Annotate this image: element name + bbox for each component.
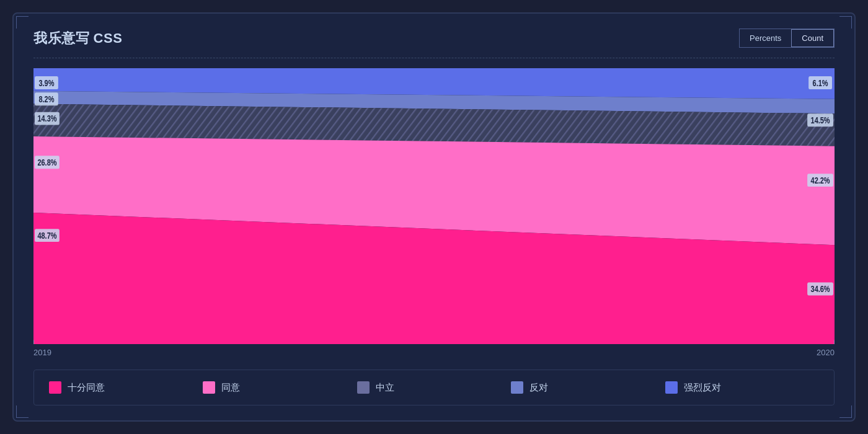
legend-swatch-agree xyxy=(203,381,215,394)
legend-item-neutral: 中立 xyxy=(357,381,511,394)
label-right-1: 6.1% xyxy=(813,78,829,88)
label-left-2: 8.2% xyxy=(38,94,55,104)
legend-label-agree: 同意 xyxy=(221,382,240,394)
legend-label-strongly-agree: 十分同意 xyxy=(68,382,105,394)
x-axis: 2019 2020 xyxy=(33,344,835,357)
legend-swatch-strongly-disagree xyxy=(665,381,678,394)
legend-swatch-disagree xyxy=(511,381,523,394)
label-left-5: 48.7% xyxy=(37,230,57,241)
legend-label-neutral: 中立 xyxy=(376,382,394,394)
percents-toggle-button[interactable]: Percents xyxy=(740,29,791,47)
legend: 十分同意 同意 中立 反对 强烈反对 xyxy=(33,370,835,405)
label-right-4: 42.2% xyxy=(811,175,831,185)
x-label-end: 2020 xyxy=(817,348,835,357)
legend-swatch-strongly-agree xyxy=(49,381,61,394)
chart-title: 我乐意写 CSS xyxy=(33,29,122,48)
legend-item-strongly-disagree: 强烈反对 xyxy=(665,381,819,394)
chart-svg: 3.9% 8.2% 14.3% 26.8% 48.7% 6.1% xyxy=(33,68,835,344)
x-label-start: 2019 xyxy=(33,348,51,357)
chart-header: 我乐意写 CSS Percents Count xyxy=(33,29,835,48)
chart-area: 3.9% 8.2% 14.3% 26.8% 48.7% 6.1% xyxy=(33,68,835,357)
chart-wrapper: 3.9% 8.2% 14.3% 26.8% 48.7% 6.1% xyxy=(33,68,835,344)
legend-label-strongly-disagree: 强烈反对 xyxy=(684,382,721,394)
legend-label-disagree: 反对 xyxy=(529,382,548,394)
label-left-3: 14.3% xyxy=(37,113,57,124)
legend-swatch-neutral xyxy=(357,381,370,394)
legend-item-strongly-agree: 十分同意 xyxy=(49,381,203,394)
label-left-4: 26.8% xyxy=(37,157,57,168)
main-container: 我乐意写 CSS Percents Count xyxy=(12,12,856,422)
legend-item-disagree: 反对 xyxy=(511,381,665,394)
label-left-1: 3.9% xyxy=(38,78,55,88)
count-toggle-button[interactable]: Count xyxy=(791,29,834,47)
view-toggle: Percents Count xyxy=(739,29,835,48)
header-divider xyxy=(33,58,835,58)
label-right-5: 34.6% xyxy=(811,284,831,294)
label-right-3: 14.5% xyxy=(811,115,831,125)
legend-item-agree: 同意 xyxy=(203,381,356,394)
